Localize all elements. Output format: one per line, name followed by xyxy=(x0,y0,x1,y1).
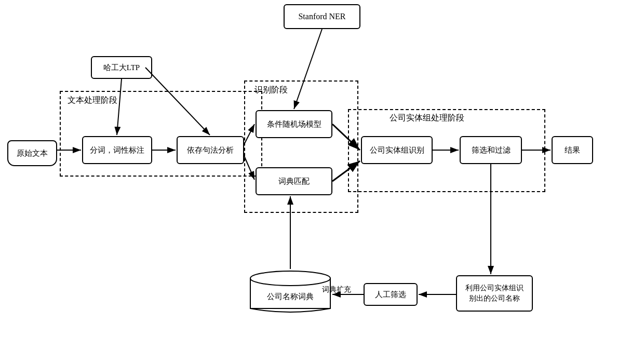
crf-box: 条件随机场模型 xyxy=(256,110,332,138)
manual-filter-box: 人工筛选 xyxy=(364,283,418,306)
company-rec-box: 公司实体组识别 xyxy=(361,136,433,164)
result-box: 结果 xyxy=(552,136,593,164)
diagram: 文本处理阶段 识别阶段 公司实体组处理阶段 Stanford NER 哈工大LT… xyxy=(0,0,644,350)
stanford-ner-box: Stanford NER xyxy=(284,4,360,29)
hit-ltp-box: 哈工大LTP xyxy=(91,56,152,79)
dep-parse-box: 依存句法分析 xyxy=(177,136,244,164)
company-processing-label: 公司实体组处理阶段 xyxy=(390,113,464,124)
text-processing-label: 文本处理阶段 xyxy=(68,95,117,106)
dict-match-box: 词典匹配 xyxy=(256,167,332,195)
recognition-label: 识别阶段 xyxy=(254,85,288,96)
tokenize-box: 分词，词性标注 xyxy=(82,136,152,164)
company-names-box: 利用公司实体组识 别出的公司名称 xyxy=(456,275,533,312)
company-dict-cylinder: 公司名称词典 xyxy=(249,269,331,315)
filter-box: 筛选和过滤 xyxy=(460,136,522,164)
original-text-box: 原始文本 xyxy=(7,140,57,166)
